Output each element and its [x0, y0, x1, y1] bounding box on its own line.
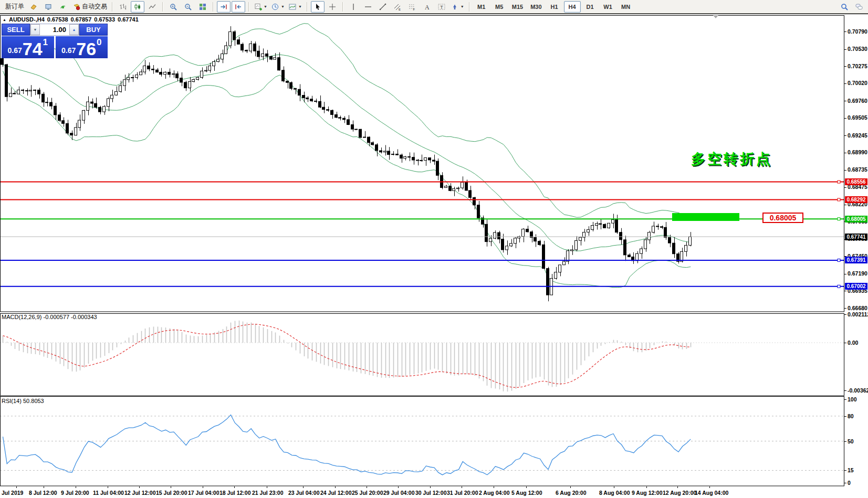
sell-price-display[interactable]: 0.67 74 1 [2, 36, 54, 58]
one-click-trading-panel: SELL ▼ 1.00 ▲ BUY 0.67 74 1 0.67 76 0 [2, 24, 108, 58]
toolbar-separator [469, 2, 470, 12]
date-tick-mark [76, 486, 76, 488]
sell-price-prefix: 0.67 [7, 46, 22, 55]
price-flag-label[interactable]: 0.68005 [762, 213, 803, 223]
date-axis[interactable]: Jul 20198 Jul 12:009 Jul 20:0011 Jul 04:… [0, 486, 868, 498]
macd-axis[interactable]: 0.0021120.00-0.003622 [844, 313, 868, 396]
chart-window[interactable]: 0.707900.705300.702750.700200.697600.695… [0, 14, 868, 498]
rsi-tick-label: 50 [848, 438, 854, 444]
level-price-badge[interactable]: 0.68005 [845, 216, 867, 222]
tf-h1[interactable]: H1 [546, 1, 563, 13]
toolbar-group-add: ▼▼▼ [252, 1, 304, 13]
toolbar-group-draw: EFAT▼ [346, 1, 466, 13]
line-chart-button[interactable] [145, 1, 159, 13]
price-tick-label: 0.67190 [848, 270, 867, 277]
level-price-badge[interactable]: 0.68556 [845, 178, 867, 185]
level-price-badge[interactable]: 0.67002 [845, 283, 867, 290]
date-tick-mark [494, 486, 494, 488]
autoscroll-icon [220, 3, 228, 10]
rsi-tick-mark [844, 470, 846, 471]
tf-mn[interactable]: MN [618, 1, 634, 13]
crosshair-button[interactable] [326, 1, 339, 13]
tf-m5[interactable]: M5 [491, 1, 508, 13]
strategy-tester-button[interactable] [41, 1, 55, 13]
toolbar-group-timeframes: M1M5M15M30H1H4D1W1MN [473, 1, 635, 13]
tile-windows-button[interactable] [196, 1, 210, 13]
tile-windows-icon [199, 3, 207, 10]
text-button[interactable]: A [420, 1, 434, 13]
vertical-line-button[interactable] [347, 1, 360, 13]
tf-m15[interactable]: M15 [509, 1, 526, 13]
templates-button[interactable]: ▼ [287, 1, 304, 13]
date-label: 12 Aug 20:00 [663, 490, 696, 496]
price-tick-mark [844, 308, 846, 309]
sell-button[interactable]: SELL [2, 24, 30, 36]
sell-price-big: 74 [23, 41, 43, 57]
tf-h4[interactable]: H4 [564, 1, 581, 13]
arrows-button[interactable]: ▼ [449, 1, 466, 13]
fibonacci-button[interactable]: F [405, 1, 419, 13]
date-label: Jul 2019 [2, 490, 23, 496]
metaeditor-button[interactable] [27, 1, 40, 13]
annotation-text[interactable]: 多空转折点 [691, 150, 772, 168]
horizontal-line-button[interactable] [361, 1, 375, 13]
date-label: 24 Jul 12:00 [320, 490, 352, 496]
buy-price-display[interactable]: 0.67 76 0 [56, 36, 108, 58]
macd-pane[interactable]: 0.0021120.00-0.003622 MACD(12,26,9) -0.0… [0, 313, 868, 396]
volume-increase-button[interactable]: ▲ [69, 24, 79, 35]
price-tick-label: 0.66680 [848, 305, 867, 311]
tf-d1[interactable]: D1 [582, 1, 599, 13]
symbol-period-label: AUDUSD-,H4 [9, 16, 45, 23]
date-tick-mark [267, 486, 267, 488]
tester-icon [45, 3, 53, 10]
toolbar-separator [162, 2, 163, 12]
highlight-rectangle[interactable] [672, 213, 739, 221]
trendline-button[interactable] [376, 1, 390, 13]
volume-decrease-button[interactable]: ▼ [30, 24, 40, 35]
rsi-tick-label: 0 [848, 480, 851, 486]
signals-button[interactable] [56, 1, 70, 13]
chart-shift-button[interactable] [232, 1, 245, 13]
bar-chart-button[interactable] [116, 1, 130, 13]
tf-m30[interactable]: M30 [527, 1, 545, 13]
date-tick-mark [303, 486, 304, 488]
crosshair-icon [328, 3, 336, 10]
volume-value[interactable]: 1.00 [40, 24, 69, 35]
price-tick-mark [844, 31, 846, 32]
rsi-canvas[interactable] [0, 396, 844, 486]
new-chart-button[interactable]: ▼ [253, 1, 269, 13]
cursor-button[interactable] [311, 1, 325, 13]
autotrading-button-label: 自动交易 [82, 2, 107, 11]
price-tick-mark [844, 135, 846, 136]
candlestick-button[interactable] [131, 1, 144, 13]
chart-shift-marker[interactable] [713, 15, 718, 18]
metaeditor-icon [30, 3, 38, 10]
date-tick-mark [462, 486, 462, 488]
new-order-button[interactable]: 新订单 [2, 1, 26, 13]
rsi-pane[interactable]: 1008050150 RSI(14) 50.8053 [0, 396, 868, 486]
periods-button[interactable]: ▼ [270, 1, 286, 13]
buy-button[interactable]: BUY [79, 24, 108, 36]
zoom-out-button[interactable] [181, 1, 195, 13]
level-price-badge[interactable]: 0.68292 [845, 196, 867, 203]
label-icon: T [437, 3, 445, 10]
macd-name: MACD(12,26,9) [2, 314, 41, 320]
macd-tick-label: 0.00 [848, 340, 858, 346]
tf-m1[interactable]: M1 [473, 1, 490, 13]
autoscroll-button[interactable] [217, 1, 231, 13]
price-tick-mark [844, 66, 846, 67]
chart-shift-icon [235, 3, 243, 10]
price-tick-mark [844, 291, 846, 291]
text-label-button[interactable]: T [435, 1, 448, 13]
tf-w1[interactable]: W1 [600, 1, 616, 13]
macd-canvas[interactable] [0, 313, 844, 396]
search-icon [841, 3, 849, 10]
level-price-badge[interactable]: 0.67391 [845, 257, 867, 263]
zoom-in-button[interactable] [166, 1, 180, 13]
search-symbols-button[interactable] [838, 1, 851, 13]
price-axis[interactable]: 0.707900.705300.702750.700200.697600.695… [844, 14, 868, 313]
autotrading-button[interactable]: 自动交易 [71, 1, 109, 13]
rsi-axis[interactable]: 1008050150 [844, 396, 868, 486]
channel-button[interactable]: E [391, 1, 404, 13]
chat-button[interactable] [852, 1, 866, 13]
